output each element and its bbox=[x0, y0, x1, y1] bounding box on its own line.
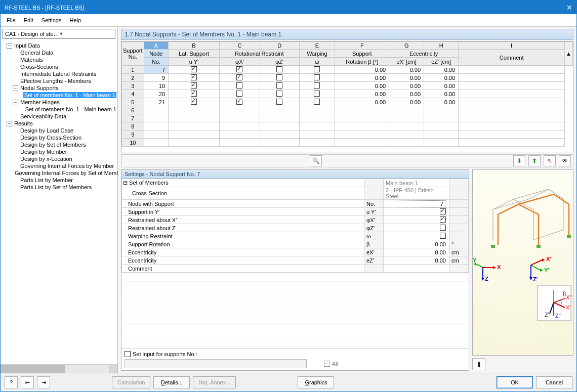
grid-toolbar: 🔍 ⬇ ⬆ ↖ 👁 bbox=[121, 154, 573, 167]
restrained-x-check[interactable] bbox=[440, 216, 446, 223]
axes-icon: X Y Z X' Y' Z' bbox=[473, 170, 574, 355]
window-title: RF-STEEL BS - [RF-STEEL BS] bbox=[5, 5, 84, 11]
table-row[interactable]: 8 bbox=[122, 122, 573, 130]
tree-parts-set[interactable]: Parts List by Set of Members bbox=[1, 184, 117, 191]
warping-check[interactable] bbox=[440, 233, 446, 239]
grid-vscroll[interactable]: ▲ bbox=[565, 42, 573, 66]
tree-set-members-1a[interactable]: Set of members No. 1 - Main beam 1 bbox=[1, 92, 117, 99]
preview-3d[interactable]: X Y Z X' Y' Z' bbox=[472, 169, 573, 356]
tree-hscroll[interactable] bbox=[1, 364, 117, 373]
tree-eff-lengths[interactable]: Effective Lengths - Members bbox=[1, 77, 117, 84]
tree-set-members-1b[interactable]: Set of members No. 1 - Main beam 1 bbox=[1, 106, 117, 113]
svg-text:X': X' bbox=[566, 304, 570, 311]
next-icon[interactable]: ⇥ bbox=[37, 376, 50, 388]
table-row[interactable]: 10 bbox=[122, 139, 573, 147]
svg-rect-2 bbox=[567, 235, 571, 238]
tree-by-set[interactable]: Design by Set of Members bbox=[1, 141, 117, 148]
cancel-button[interactable]: Cancel bbox=[536, 376, 572, 388]
table-row[interactable]: 6 bbox=[122, 106, 573, 114]
tree-serviceability[interactable]: Serviceability Data bbox=[1, 113, 117, 120]
svg-rect-0 bbox=[491, 245, 495, 248]
ok-button[interactable]: OK bbox=[497, 376, 533, 388]
tree-by-loadcase[interactable]: Design by Load Case bbox=[1, 127, 117, 134]
tree-results[interactable]: −Results bbox=[1, 120, 117, 127]
footer: ? ⇤ ⇥ Calculation Details... Nat. Annex.… bbox=[1, 373, 576, 391]
import-excel-icon[interactable]: ⬆ bbox=[528, 155, 541, 166]
pick-icon[interactable]: ↖ bbox=[544, 155, 556, 166]
svg-text:X'': X'' bbox=[566, 294, 572, 300]
svg-text:Z'': Z'' bbox=[555, 313, 561, 319]
set-input-check[interactable] bbox=[125, 351, 131, 357]
table-row[interactable]: 9 bbox=[122, 130, 573, 139]
svg-marker-13 bbox=[542, 258, 545, 262]
svg-marker-16 bbox=[540, 269, 543, 272]
tree-general-data[interactable]: General Data bbox=[1, 49, 117, 56]
tree-input-data[interactable]: −Input Data bbox=[1, 42, 117, 49]
svg-text:Y': Y' bbox=[544, 267, 549, 273]
svg-marker-19 bbox=[529, 277, 532, 280]
tree-member-hinges[interactable]: −Member Hinges bbox=[1, 99, 117, 106]
svg-text:X': X' bbox=[546, 256, 551, 262]
svg-text:Z': Z' bbox=[545, 312, 549, 318]
table-row[interactable]: 7 bbox=[122, 114, 573, 122]
supports-grid[interactable]: Support No. A B C D E F G H I ▲ Node bbox=[121, 41, 573, 152]
export-excel-icon[interactable]: ⬇ bbox=[513, 155, 525, 166]
svg-line-6 bbox=[477, 264, 483, 268]
table-row[interactable]: 5210.000.000.00 bbox=[122, 98, 573, 106]
svg-line-15 bbox=[531, 265, 540, 270]
svg-marker-7 bbox=[474, 263, 477, 266]
support-y-check[interactable] bbox=[440, 208, 446, 214]
nav-tree[interactable]: −Input Data General Data Materials Cross… bbox=[1, 41, 117, 364]
details-button[interactable]: Details... bbox=[153, 376, 190, 388]
col-support-no: Support No. bbox=[122, 42, 144, 66]
svg-text:Y: Y bbox=[473, 257, 477, 263]
case-combo[interactable]: CA1 - Design of steel members according … bbox=[3, 29, 115, 39]
tree-cross-sections[interactable]: Cross-Sections bbox=[1, 63, 117, 70]
menu-help[interactable]: Help bbox=[65, 16, 85, 24]
menubar: File Edit Settings Help bbox=[1, 14, 576, 26]
table-row[interactable]: 170.000.000.00 bbox=[122, 66, 573, 74]
table-row[interactable]: 4200.000.000.00 bbox=[122, 90, 573, 98]
svg-rect-1 bbox=[537, 245, 541, 248]
supports-range-input[interactable] bbox=[125, 359, 307, 368]
prev-icon[interactable]: ⇤ bbox=[21, 376, 34, 388]
panel-title: 1.7 Nodal Supports - Set of Members No. … bbox=[121, 29, 573, 40]
tree-by-xloc[interactable]: Design by x-Location bbox=[1, 155, 117, 162]
nat-annex-button[interactable]: Nat. Annex... bbox=[193, 376, 236, 388]
tree-by-member[interactable]: Design by Member bbox=[1, 148, 117, 155]
menu-settings[interactable]: Settings bbox=[37, 16, 66, 24]
graphics-button[interactable]: Graphics bbox=[298, 376, 334, 388]
tree-int-restraints[interactable]: Intermediate Lateral Restraints bbox=[1, 70, 117, 77]
node-with-support-input[interactable] bbox=[386, 200, 446, 207]
tree-parts-member[interactable]: Parts List by Member bbox=[1, 177, 117, 184]
calculation-button[interactable]: Calculation bbox=[112, 376, 150, 388]
menu-edit[interactable]: Edit bbox=[20, 16, 37, 24]
chevron-down-icon: ▼ bbox=[59, 31, 113, 36]
svg-text:X: X bbox=[497, 264, 501, 270]
table-row[interactable]: 290.000.000.00 bbox=[122, 74, 573, 82]
restrained-z-check[interactable] bbox=[440, 225, 446, 231]
menu-file[interactable]: File bbox=[3, 16, 20, 24]
tree-nodal-supports[interactable]: −Nodal Supports bbox=[1, 84, 117, 92]
view-icon[interactable]: 👁 bbox=[559, 155, 571, 166]
filter-icon[interactable]: 🔍 bbox=[310, 155, 322, 166]
table-row[interactable]: 3100.000.000.00 bbox=[122, 82, 573, 90]
svg-text:Z: Z bbox=[485, 276, 488, 282]
info-icon[interactable]: ℹ bbox=[472, 358, 485, 370]
all-check bbox=[324, 361, 330, 367]
settings-header: Settings - Nodal Support No. 7 bbox=[121, 170, 469, 179]
settings-table[interactable]: ⊟ Set of MembersMain beam 1 Cross-Sectio… bbox=[121, 179, 469, 273]
tree-gov-set[interactable]: Governing Internal Forces by Set of Memb… bbox=[1, 169, 117, 177]
tree-gov-member[interactable]: Governing Internal Forces by Member bbox=[1, 162, 117, 169]
svg-text:Z': Z' bbox=[533, 276, 538, 282]
svg-marker-10 bbox=[481, 278, 484, 281]
svg-line-12 bbox=[531, 260, 542, 265]
help-icon[interactable]: ? bbox=[5, 376, 18, 388]
tree-by-crosssection[interactable]: Design by Cross-Section bbox=[1, 134, 117, 141]
tree-materials[interactable]: Materials bbox=[1, 56, 117, 63]
svg-text:β: β bbox=[563, 290, 566, 296]
svg-marker-4 bbox=[493, 266, 496, 269]
titlebar: RF-STEEL BS - [RF-STEEL BS] ✕ bbox=[1, 1, 576, 14]
close-icon[interactable]: ✕ bbox=[566, 4, 572, 12]
